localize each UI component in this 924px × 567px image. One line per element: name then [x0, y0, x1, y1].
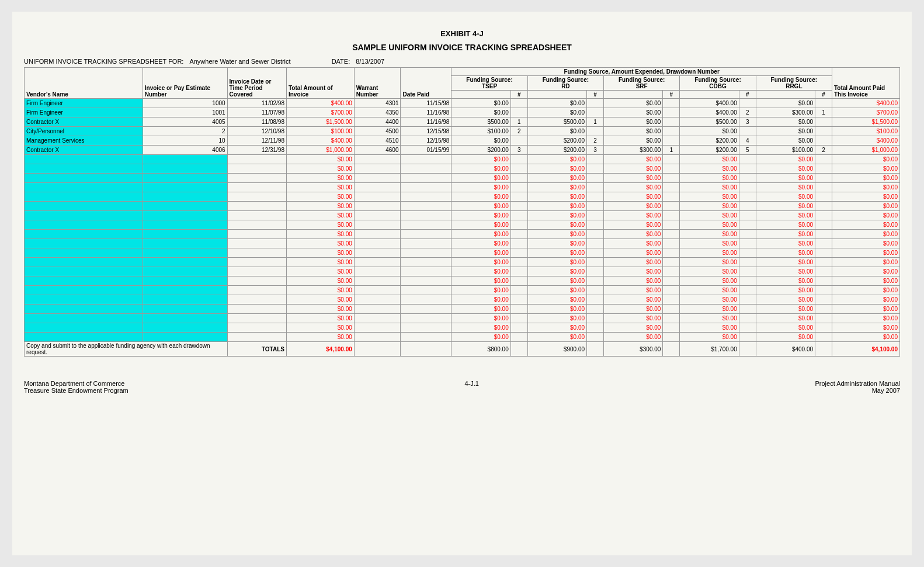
tsep-num-header: # — [510, 91, 527, 99]
table-row-empty: $0.00$0.00$0.00$0.00$0.00$0.00$0.00 — [25, 230, 900, 239]
spreadsheet-title: SAMPLE UNIFORM INVOICE TRACKING SPREADSH… — [24, 43, 900, 52]
footer-right-line1: Project Administration Manual — [815, 380, 900, 387]
table-row-empty: $0.00$0.00$0.00$0.00$0.00$0.00$0.00 — [25, 323, 900, 333]
invoice-table: Vendor's Name Invoice or Pay Estimate Nu… — [24, 67, 900, 357]
rd-num-header: # — [587, 91, 604, 99]
totals-label: TOTALS — [227, 342, 286, 357]
table-row-empty: $0.00$0.00$0.00$0.00$0.00$0.00$0.00 — [25, 276, 900, 286]
table-row-empty: $0.00$0.00$0.00$0.00$0.00$0.00$0.00 — [25, 286, 900, 295]
funding-source-header: Funding Source, Amount Expended, Drawdow… — [451, 68, 832, 76]
exhibit-title: EXHIBIT 4-J — [24, 29, 900, 38]
header-value1: Anywhere Water and Sewer District — [189, 58, 290, 65]
table-row: Firm Engineer100011/02/98$400.00430111/1… — [25, 99, 900, 108]
header-label2: DATE: — [332, 58, 350, 65]
footer-right-line2: May 2007 — [815, 387, 900, 394]
header-row: UNIFORM INVOICE TRACKING SPREADSHEET FOR… — [24, 58, 900, 65]
table-row-empty: $0.00$0.00$0.00$0.00$0.00$0.00$0.00 — [25, 333, 900, 342]
table-row: Contractor X400612/31/98$1,000.00460001/… — [25, 146, 900, 155]
footer-left: Montana Department of Commerce Treasure … — [24, 380, 128, 394]
table-row-empty: $0.00$0.00$0.00$0.00$0.00$0.00$0.00 — [25, 220, 900, 230]
totals-tsep: $800.00 — [451, 342, 510, 357]
col-invoice-header: Invoice or Pay Estimate Number — [143, 68, 227, 99]
totals-row: Copy and submit to the applicable fundin… — [25, 342, 900, 357]
rrgl-num-header: # — [815, 91, 832, 99]
table-row-empty: $0.00$0.00$0.00$0.00$0.00$0.00$0.00 — [25, 295, 900, 305]
footer-note: Copy and submit to the applicable fundin… — [26, 343, 210, 355]
totals-rd: $900.00 — [527, 342, 586, 357]
table-footer: Copy and submit to the applicable fundin… — [25, 342, 900, 357]
rd-amt-header — [527, 91, 586, 99]
table-row-empty: $0.00$0.00$0.00$0.00$0.00$0.00$0.00 — [25, 183, 900, 192]
footer-right: Project Administration Manual May 2007 — [815, 380, 900, 394]
rrgl-amt-header — [756, 91, 815, 99]
table-row-empty: $0.00$0.00$0.00$0.00$0.00$0.00$0.00 — [25, 267, 900, 276]
col-tsep-header: Funding Source:TSEP — [451, 76, 527, 91]
table-row: City/Personnel212/10/98$100.00450012/15/… — [25, 127, 900, 136]
totals-cdbg: $1,700.00 — [680, 342, 739, 357]
col-period-header: Invoice Date or Time Period Covered — [227, 68, 286, 99]
totals-total-paid: $4,100.00 — [832, 342, 900, 357]
col-total-header: Total Amount of Invoice — [286, 68, 354, 99]
srf-amt-header — [604, 91, 663, 99]
tsep-amt-header — [451, 91, 510, 99]
cdbg-amt-header — [680, 91, 739, 99]
footer-center: 4-J.1 — [464, 380, 478, 394]
table-row: Management Services1012/11/98$400.004510… — [25, 136, 900, 146]
footer-note-cell: Copy and submit to the applicable fundin… — [25, 342, 228, 357]
totals-srf: $300.00 — [604, 342, 663, 357]
totals-rrgl: $400.00 — [756, 342, 815, 357]
table-row-empty: $0.00$0.00$0.00$0.00$0.00$0.00$0.00 — [25, 314, 900, 323]
table-row-empty: $0.00$0.00$0.00$0.00$0.00$0.00$0.00 — [25, 258, 900, 267]
page: EXHIBIT 4-J SAMPLE UNIFORM INVOICE TRACK… — [12, 12, 912, 555]
table-row-empty: $0.00$0.00$0.00$0.00$0.00$0.00$0.00 — [25, 202, 900, 211]
col-cdbg-header: Funding Source:CDBG — [680, 76, 756, 91]
table-row: Contractor X400511/08/98$1,500.00440011/… — [25, 117, 900, 127]
table-row-empty: $0.00$0.00$0.00$0.00$0.00$0.00$0.00 — [25, 239, 900, 248]
table-row-empty: $0.00$0.00$0.00$0.00$0.00$0.00$0.00 — [25, 155, 900, 164]
totals-total: $4,100.00 — [286, 342, 354, 357]
table-row-empty: $0.00$0.00$0.00$0.00$0.00$0.00$0.00 — [25, 248, 900, 258]
col-rrgl-header: Funding Source:RRGL — [756, 76, 832, 91]
table-body: Firm Engineer100011/02/98$400.00430111/1… — [25, 99, 900, 342]
table-row-empty: $0.00$0.00$0.00$0.00$0.00$0.00$0.00 — [25, 305, 900, 314]
header-label1: UNIFORM INVOICE TRACKING SPREADSHEET FOR… — [24, 58, 183, 65]
col-vendor-header: Vendor's Name — [25, 68, 143, 99]
col-datepaid-header: Date Paid — [401, 68, 451, 99]
table-row-empty: $0.00$0.00$0.00$0.00$0.00$0.00$0.00 — [25, 211, 900, 220]
cdbg-num-header: # — [739, 91, 756, 99]
table-row-empty: $0.00$0.00$0.00$0.00$0.00$0.00$0.00 — [25, 174, 900, 183]
col-totalpaid-header: Total Amount Paid This Invoice — [832, 68, 900, 99]
col-rd-header: Funding Source:RD — [527, 76, 603, 91]
footer-left-line1: Montana Department of Commerce — [24, 380, 128, 387]
table-row-empty: $0.00$0.00$0.00$0.00$0.00$0.00$0.00 — [25, 192, 900, 202]
footer-left-line2: Treasure State Endowment Program — [24, 387, 128, 394]
page-footer: Montana Department of Commerce Treasure … — [24, 380, 900, 394]
column-header-row: Vendor's Name Invoice or Pay Estimate Nu… — [25, 68, 900, 76]
srf-num-header: # — [663, 91, 680, 99]
table-row: Firm Engineer100111/07/98$700.00435011/1… — [25, 108, 900, 117]
col-srf-header: Funding Source:SRF — [604, 76, 680, 91]
header-value2: 8/13/2007 — [356, 58, 384, 65]
table-row-empty: $0.00$0.00$0.00$0.00$0.00$0.00$0.00 — [25, 164, 900, 174]
col-warrant-header: Warrant Number — [354, 68, 401, 99]
